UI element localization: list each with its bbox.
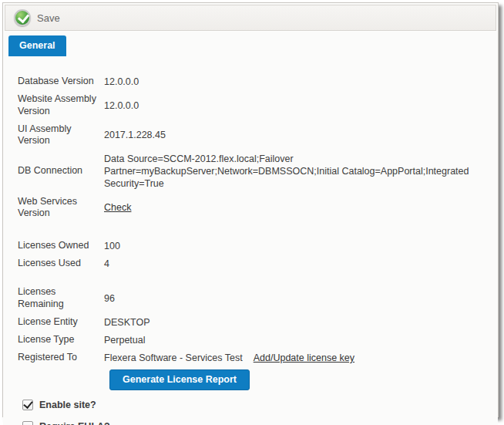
field-value: Data Source=SCCM-2012.flex.local;Failove… (104, 153, 490, 191)
save-check-icon (14, 9, 31, 26)
field-label: License Entity (18, 316, 104, 329)
field-label: Website Assembly Version (18, 93, 104, 117)
field-label: Registered To (18, 352, 104, 364)
field-label: Database Version (18, 76, 104, 88)
field-row-license-entity: License Entity DESKTOP (18, 316, 490, 329)
require-eula-row: Require EULA? (22, 421, 490, 425)
general-panel: Database Version 12.0.0.0 Website Assemb… (3, 56, 498, 425)
field-value: 12.0.0.0 (104, 76, 139, 88)
field-row-website-assembly-version: Website Assembly Version 12.0.0.0 (18, 93, 490, 117)
field-row-web-services-version: Web Services Version Check (18, 196, 490, 220)
field-label: Web Services Version (18, 196, 104, 220)
tab-general[interactable]: General (8, 35, 66, 56)
generate-license-report-button[interactable]: Generate License Report (109, 369, 250, 390)
enable-site-label[interactable]: Enable site? (39, 400, 96, 410)
tab-bar: General (3, 32, 498, 56)
field-value: 12.0.0.0 (104, 100, 139, 112)
field-value: 2017.1.228.45 (104, 129, 166, 141)
add-update-license-key-link[interactable]: Add/Update license key (254, 352, 354, 364)
save-label: Save (37, 12, 60, 24)
check-web-services-link[interactable]: Check (104, 202, 131, 213)
field-row-license-type: License Type Perpetual (18, 334, 490, 346)
field-row-licenses-owned: Licenses Owned 100 (18, 240, 490, 252)
field-label: Licenses Owned (18, 240, 104, 252)
field-label: Licenses Used (18, 258, 104, 270)
settings-window: Save General Database Version 12.0.0.0 W… (2, 2, 499, 417)
field-value: 100 (104, 240, 120, 252)
save-button[interactable]: Save (12, 8, 65, 28)
button-row: Generate License Report (104, 369, 490, 390)
field-label: UI Assembly Version (18, 123, 104, 147)
field-row-database-version: Database Version 12.0.0.0 (18, 76, 490, 88)
require-eula-label[interactable]: Require EULA? (39, 421, 110, 425)
field-label: DB Connection (18, 165, 104, 177)
enable-site-row: Enable site? (22, 400, 490, 410)
field-row-licenses-used: Licenses Used 4 (18, 258, 490, 270)
field-row-licenses-remaining: Licenses Remaining 96 (18, 286, 490, 310)
field-value: DESKTOP (104, 316, 150, 329)
enable-site-checkbox[interactable] (22, 400, 33, 410)
field-row-ui-assembly-version: UI Assembly Version 2017.1.228.45 (18, 123, 490, 147)
field-value: 4 (104, 258, 109, 270)
field-row-db-connection: DB Connection Data Source=SCCM-2012.flex… (18, 153, 490, 191)
field-label: Licenses Remaining (18, 286, 104, 310)
field-value: 96 (104, 292, 115, 305)
field-value: Perpetual (104, 334, 146, 346)
toolbar: Save (5, 5, 496, 31)
field-row-registered-to: Registered To Flexera Software - Service… (18, 352, 490, 364)
registered-to-value: Flexera Software - Services Test (104, 352, 243, 364)
require-eula-checkbox[interactable] (22, 421, 33, 425)
field-label: License Type (18, 334, 104, 346)
